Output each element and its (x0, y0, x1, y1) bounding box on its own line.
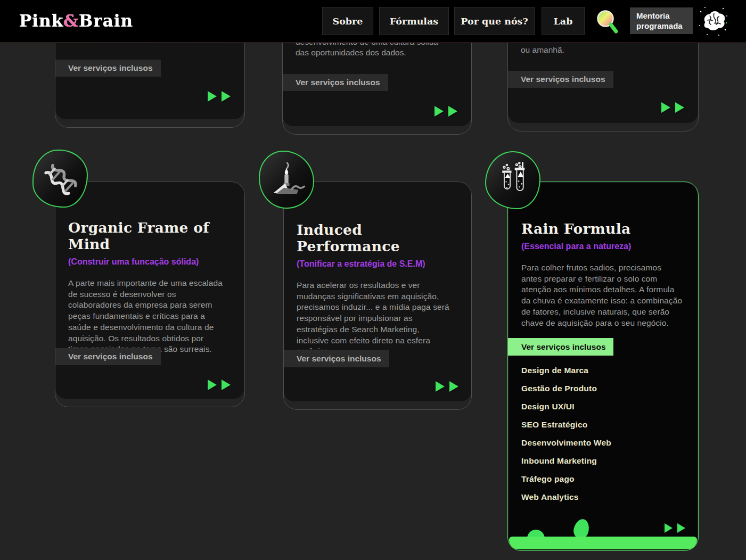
card-body-text: A parte mais importante de uma escalada … (68, 278, 234, 355)
carousel-next-arrows[interactable] (665, 523, 685, 533)
play-arrow-icon[interactable] (677, 523, 685, 533)
service-item: Gestão de Produto (521, 384, 611, 402)
bunsen-burner-icon (259, 151, 314, 209)
card-title: Organic Frame of Mind (68, 219, 234, 252)
brand-ampersand: & (63, 10, 79, 30)
ver-servicos-button[interactable]: Ver serviços inclusos (55, 348, 161, 365)
play-arrow-icon[interactable] (448, 106, 457, 117)
services-list: Design de Marca Gestão de Produto Design… (521, 366, 611, 510)
card-body-text: ou amanhã. (521, 45, 564, 56)
play-arrow-icon[interactable] (435, 106, 444, 117)
service-item: Inbound Marketing (521, 456, 611, 474)
mentoria-programada-button[interactable]: Mentoria programada (630, 7, 693, 34)
card-subtitle: (Tonificar a estratégia de S.E.M) (297, 259, 461, 269)
carousel-next-arrows[interactable] (436, 381, 458, 392)
carousel-next-arrows[interactable] (661, 102, 684, 113)
ver-servicos-button[interactable]: Ver serviços inclusos (284, 350, 389, 367)
play-arrow-icon[interactable] (208, 91, 217, 102)
ver-servicos-button[interactable]: Ver serviços inclusos (283, 74, 388, 91)
navbar: Pink&Brain Sobre Fórmulas Por que nós? L… (0, 0, 746, 43)
card-body-text: Para colher frutos sadios, precisamos an… (521, 262, 687, 328)
search-icon[interactable] (593, 8, 622, 36)
test-tubes-icon (485, 151, 540, 209)
card-subtitle: (Essencial para a natureza) (521, 242, 687, 251)
play-arrow-icon[interactable] (222, 380, 231, 390)
service-item: SEO Estratégico (521, 420, 611, 438)
card-title: Induced Performance (297, 221, 461, 254)
ver-servicos-button[interactable]: Ver serviços inclusos (55, 60, 161, 77)
ver-servicos-button-active[interactable]: Ver serviços inclusos (508, 338, 613, 356)
play-arrow-icon[interactable] (661, 102, 670, 113)
service-item: Design UX/UI (521, 402, 611, 420)
play-arrow-icon[interactable] (436, 381, 445, 392)
play-arrow-icon[interactable] (449, 381, 458, 392)
play-arrow-icon[interactable] (665, 523, 673, 533)
pink-brain-page: Ver serviços inclusos desenvolvimento de… (0, 0, 746, 560)
play-arrow-icon[interactable] (675, 102, 684, 113)
nav-item-por-que-nos[interactable]: Por que nós? (454, 7, 535, 35)
service-item: Web Analytics (521, 492, 611, 510)
card-induced-performance: Induced Performance (Tonificar a estraté… (283, 182, 472, 410)
dna-icon (32, 150, 88, 208)
play-arrow-icon[interactable] (208, 380, 217, 390)
brand-logo[interactable]: Pink&Brain (19, 10, 133, 30)
carousel-next-arrows[interactable] (435, 106, 457, 117)
card-subtitle: (Construir uma funcação sólida) (68, 257, 234, 267)
card-title: Rain Formula (521, 220, 687, 237)
service-item: Desenvolvimento Web (521, 438, 611, 456)
carousel-next-arrows[interactable] (208, 380, 231, 390)
nav-item-sobre[interactable]: Sobre (322, 7, 373, 35)
carousel-next-arrows[interactable] (208, 91, 231, 102)
play-arrow-icon[interactable] (222, 91, 231, 102)
nav-item-lab[interactable]: Lab (542, 7, 585, 35)
service-item: Tráfego pago (521, 474, 611, 492)
service-item: Design de Marca (521, 366, 611, 384)
card-organic-frame-of-mind: Organic Frame of Mind (Construir uma fun… (55, 182, 245, 407)
brain-icon[interactable] (696, 5, 729, 37)
card-body-text: Para acelerar os resultados e ver mudanç… (297, 280, 461, 357)
nav-item-formulas[interactable]: Fórmulas (379, 7, 449, 35)
card-rain-formula: Rain Formula (Essencial para a natureza)… (507, 182, 699, 551)
green-bottom-bar (509, 537, 697, 549)
ver-servicos-button[interactable]: Ver serviços inclusos (508, 71, 613, 88)
